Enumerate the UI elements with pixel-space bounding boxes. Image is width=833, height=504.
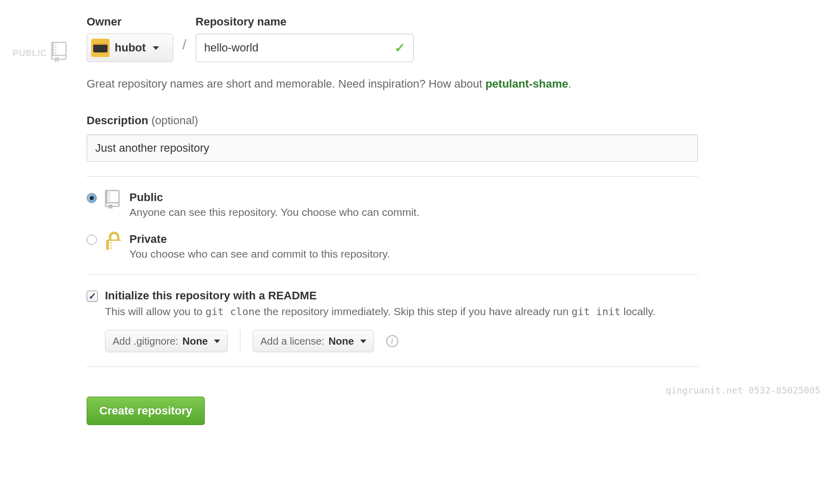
owner-select[interactable]: hubot — [87, 34, 173, 62]
repo-name-input[interactable] — [196, 34, 414, 62]
create-repository-button[interactable]: Create repository — [87, 397, 205, 425]
repo-icon — [51, 42, 69, 65]
left-public-badge: PUBLIC — [13, 42, 69, 65]
readme-option[interactable]: Initialize this repository with a README… — [87, 289, 698, 318]
lock-icon — [104, 232, 122, 250]
owner-avatar-icon — [91, 39, 110, 57]
vertical-separator — [240, 330, 240, 352]
public-repo-icon — [104, 190, 122, 210]
public-title: Public — [129, 191, 419, 204]
slash-separator: / — [182, 15, 186, 53]
gitignore-select[interactable]: Add .gitignore: None — [105, 330, 228, 352]
readme-checkbox[interactable] — [87, 291, 98, 302]
divider — [87, 176, 698, 177]
private-title: Private — [129, 233, 390, 246]
radio-private[interactable] — [87, 235, 97, 245]
repo-name-hint: Great repository names are short and mem… — [87, 77, 698, 91]
readme-title: Initialize this repository with a README — [105, 289, 655, 302]
suggested-name-link[interactable]: petulant-shame — [486, 77, 569, 90]
left-public-badge-text: PUBLIC — [13, 48, 47, 59]
chevron-down-icon — [153, 46, 159, 50]
license-select[interactable]: Add a license: None — [253, 330, 374, 352]
description-label: Description (optional) — [87, 114, 698, 127]
visibility-public-option[interactable]: Public Anyone can see this repository. Y… — [87, 191, 698, 218]
repo-name-label: Repository name — [196, 15, 414, 29]
divider — [87, 367, 698, 367]
chevron-down-icon — [360, 340, 366, 343]
info-icon[interactable]: i — [386, 335, 398, 347]
checkmark-icon: ✓ — [394, 40, 406, 56]
visibility-private-option[interactable]: Private You choose who can see and commi… — [87, 233, 698, 260]
public-subtitle: Anyone can see this repository. You choo… — [129, 206, 419, 218]
owner-selected-name: hubot — [115, 41, 146, 54]
private-subtitle: You choose who can see and commit to thi… — [129, 248, 390, 260]
chevron-down-icon — [214, 340, 220, 343]
owner-repo-row: Owner hubot / Repository name ✓ — [87, 15, 698, 62]
owner-label: Owner — [87, 15, 173, 29]
radio-public[interactable] — [87, 193, 97, 203]
description-input[interactable] — [87, 134, 698, 162]
watermark-text: qingruanit.net 0532-85025005 — [666, 385, 820, 396]
divider — [87, 274, 698, 275]
readme-subtitle: This will allow you to git clone the rep… — [105, 305, 655, 318]
